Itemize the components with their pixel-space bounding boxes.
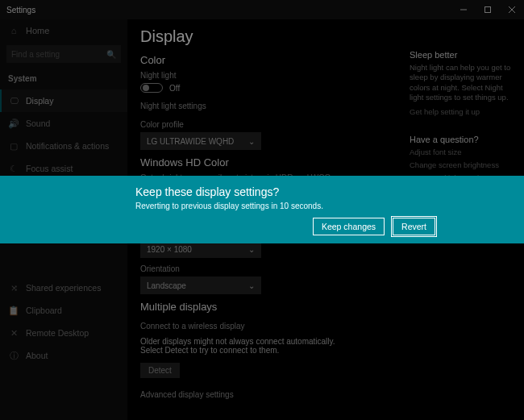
older-text: Older displays might not always connect … [140, 337, 350, 355]
chevron-down-icon: ⌄ [248, 281, 255, 290]
search-input[interactable]: Find a setting 🔍 [6, 45, 121, 63]
resolution-value: 1920 × 1080 [147, 245, 192, 254]
close-button[interactable] [500, 0, 524, 19]
help-link[interactable]: Adjust font size [410, 148, 514, 156]
night-light-toggle[interactable] [140, 83, 163, 93]
chevron-down-icon: ⌄ [248, 245, 255, 254]
night-light-settings-link[interactable]: Night light settings [140, 102, 206, 110]
home-icon: ⌂ [8, 26, 19, 35]
banner-subtitle: Reverting to previous display settings i… [135, 202, 509, 210]
section-multiple: Multiple displays [140, 301, 511, 313]
orientation-label: Orientation [140, 264, 511, 273]
sleep-title: Sleep better [410, 50, 514, 60]
question-title: Have a question? [410, 135, 514, 144]
advanced-display-link[interactable]: Advanced display settings [140, 390, 234, 399]
search-placeholder: Find a setting [11, 50, 60, 59]
sidebar-home-label: Home [26, 26, 49, 35]
orientation-dropdown[interactable]: Landscape ⌄ [140, 277, 261, 294]
keep-changes-button[interactable]: Keep changes [313, 218, 385, 235]
sidebar-item-clipboard[interactable]: 📋 Clipboard [0, 299, 127, 322]
sidebar-home[interactable]: ⌂ Home [0, 19, 127, 42]
sidebar-item-label: Display [26, 96, 53, 106]
about-icon: ⓘ [8, 350, 19, 362]
sleep-link[interactable]: Get help setting it up [410, 107, 514, 116]
svg-rect-1 [485, 7, 491, 13]
sidebar-item-label: Notifications & actions [26, 141, 109, 151]
confirmation-banner: Keep these display settings? Reverting t… [0, 176, 524, 243]
detect-button[interactable]: Detect [140, 363, 180, 378]
night-light-state: Off [169, 84, 180, 93]
sidebar-item-label: Sound [26, 119, 50, 128]
sidebar-item-notifications[interactable]: ▢ Notifications & actions [0, 135, 127, 157]
sidebar-item-sound[interactable]: 🔊 Sound [0, 112, 127, 135]
sidebar-item-remote[interactable]: ✕ Remote Desktop [0, 322, 127, 344]
sidebar-item-label: Shared experiences [26, 283, 101, 293]
sidebar-section-label: System [0, 69, 127, 89]
maximize-button[interactable] [476, 0, 500, 19]
page-title: Display [140, 27, 511, 46]
sound-icon: 🔊 [8, 119, 19, 129]
clipboard-icon: 📋 [8, 306, 19, 316]
sidebar-item-display[interactable]: 🖵 Display [0, 89, 127, 112]
display-icon: 🖵 [8, 96, 19, 106]
focus-icon: ☾ [8, 164, 19, 174]
banner-title: Keep these display settings? [135, 185, 509, 198]
shared-icon: ⤨ [8, 283, 19, 293]
minimize-button[interactable] [451, 0, 476, 19]
color-profile-value: LG ULTRAWIDE WQHD [147, 137, 234, 146]
orientation-value: Landscape [147, 281, 186, 290]
search-icon: 🔍 [106, 50, 116, 59]
remote-icon: ✕ [8, 328, 19, 339]
notifications-icon: ▢ [8, 141, 19, 152]
window-title: Settings [6, 6, 451, 15]
sleep-desc: Night light can help you get to sleep by… [410, 63, 514, 102]
revert-button[interactable]: Revert [393, 218, 435, 235]
color-profile-dropdown[interactable]: LG ULTRAWIDE WQHD ⌄ [140, 132, 261, 150]
help-link[interactable]: Change screen brightness [410, 160, 514, 169]
sidebar-item-about[interactable]: ⓘ About [0, 344, 127, 367]
wireless-link[interactable]: Connect to a wireless display [140, 322, 245, 331]
sidebar-item-shared[interactable]: ⤨ Shared experiences [0, 277, 127, 299]
sidebar-item-label: Focus assist [26, 164, 73, 173]
titlebar: Settings [0, 0, 524, 19]
sidebar-item-label: About [26, 351, 48, 360]
sidebar-item-label: Remote Desktop [26, 328, 89, 338]
chevron-down-icon: ⌄ [248, 137, 255, 146]
sidebar-item-label: Clipboard [26, 306, 62, 315]
